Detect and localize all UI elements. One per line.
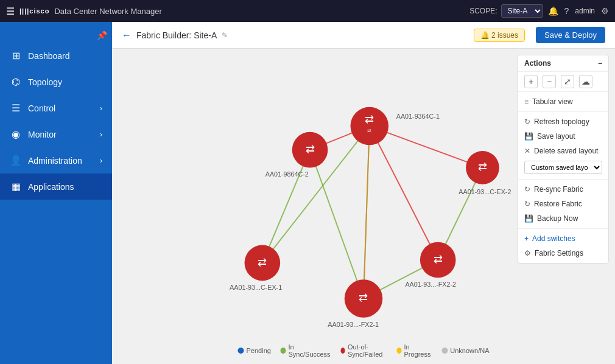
svg-line-9: [364, 126, 370, 298]
save-deploy-button[interactable]: Save & Deploy: [536, 27, 605, 43]
backup-icon: 💾: [524, 214, 533, 223]
resync-label: Re-sync Fabric: [534, 185, 583, 194]
tabular-view-icon: ≡: [524, 97, 529, 106]
dashboard-icon: ⊞: [10, 50, 22, 61]
legend-unknown: Unknown/NA: [441, 347, 489, 354]
control-icon: ☰: [10, 102, 22, 114]
actions-item-restore[interactable]: ↻ Restore Fabric: [518, 197, 608, 211]
restore-icon: ↻: [524, 200, 530, 208]
sidebar-item-monitor[interactable]: ◉ Monitor ›: [0, 121, 112, 147]
actions-item-add-switches[interactable]: + Add switches: [518, 231, 608, 246]
fabric-settings-icon: ⚙: [524, 249, 531, 257]
scope-label: SCOPE:: [469, 7, 497, 15]
administration-icon: 👤: [10, 155, 22, 166]
sidebar-label-topology: Topology: [28, 77, 62, 87]
unknown-label: Unknown/NA: [450, 347, 489, 354]
pending-label: Pending: [247, 347, 271, 354]
actions-item-resync[interactable]: ↻ Re-sync Fabric: [518, 182, 608, 197]
actions-item-delete-layout[interactable]: ✕ Delete saved layout: [518, 144, 608, 158]
pending-dot: [238, 348, 244, 354]
sidebar-item-applications[interactable]: ▦ Applications: [0, 173, 112, 200]
backup-label: Backup Now: [537, 214, 578, 223]
topbar-title: Data Center Network Manager: [54, 7, 465, 16]
save-layout-icon: 💾: [524, 132, 533, 141]
sidebar-label-control: Control: [28, 103, 55, 113]
monitor-icon: ◉: [10, 128, 22, 140]
layout-select[interactable]: Custom saved layout Auto layout Saved la…: [524, 161, 602, 174]
actions-item-save-layout[interactable]: 💾 Save layout: [518, 129, 608, 144]
svg-text:AA01-93...C-EX-2: AA01-93...C-EX-2: [459, 188, 511, 195]
settings-icon[interactable]: ⚙: [601, 6, 609, 16]
control-arrow: ›: [100, 104, 102, 113]
sidebar-label-applications: Applications: [28, 182, 74, 192]
svg-text:AA01-9864C-2: AA01-9864C-2: [265, 170, 309, 178]
content-area: ← Fabric Builder: Site-A ✎ 🔔 2 issues Sa…: [112, 22, 615, 364]
out-of-sync-label: Out-of-Sync/Failed: [348, 343, 387, 358]
legend-in-sync: In Sync/Success: [281, 343, 331, 358]
help-icon[interactable]: ?: [564, 6, 569, 16]
actions-toolbar: + − ⤢ ☁: [518, 72, 608, 92]
sidebar: 📌 ⊞ Dashboard ⌬ Topology ☰ Control › ◉ M…: [0, 22, 112, 364]
sidebar-item-dashboard[interactable]: ⊞ Dashboard: [0, 43, 112, 69]
actions-panel: Actions − + − ⤢ ☁ ≡ Tabular view ↻: [518, 55, 609, 264]
topology-canvas[interactable]: ⇄ ⇄ AA01-9364C-1 ⇄ AA01-9864C-2 ⇄ AA01-9…: [112, 49, 615, 364]
svg-text:⇄: ⇄: [359, 292, 368, 304]
scope-section: SCOPE: Site-A Site-B Global: [469, 4, 543, 18]
expand-toolbar-button[interactable]: ⤢: [561, 75, 574, 88]
restore-label: Restore Fabric: [534, 200, 582, 208]
sidebar-label-monitor: Monitor: [28, 130, 57, 139]
out-of-sync-dot: [341, 348, 345, 354]
add-toolbar-button[interactable]: +: [524, 75, 538, 88]
notification-icon[interactable]: 🔔: [548, 6, 558, 16]
cisco-logo: ||||cisco: [19, 7, 49, 15]
add-switches-label: Add switches: [532, 234, 575, 243]
cloud-toolbar-button[interactable]: ☁: [579, 75, 592, 88]
back-button[interactable]: ←: [122, 30, 132, 41]
svg-text:AA01-93...-FX2-1: AA01-93...-FX2-1: [328, 321, 379, 328]
issues-badge[interactable]: 🔔 2 issues: [474, 29, 525, 42]
minus-toolbar-button[interactable]: −: [543, 75, 556, 88]
legend-in-progress: In Progress: [396, 343, 432, 358]
monitor-arrow: ›: [100, 130, 102, 139]
sidebar-label-administration: Administration: [28, 156, 82, 166]
svg-point-10: [350, 107, 388, 145]
refresh-label: Refresh topology: [534, 117, 589, 126]
svg-text:⇄: ⇄: [258, 256, 267, 268]
actions-close-icon[interactable]: −: [598, 59, 602, 68]
menu-icon[interactable]: ☰: [6, 5, 15, 17]
svg-line-5: [370, 126, 438, 260]
divider-2: [518, 179, 608, 180]
svg-text:⇄: ⇄: [306, 143, 315, 155]
in-progress-label: In Progress: [404, 343, 432, 358]
sidebar-item-administration[interactable]: 👤 Administration ›: [0, 147, 112, 173]
in-progress-dot: [396, 348, 401, 354]
actions-item-backup[interactable]: 💾 Backup Now: [518, 211, 608, 226]
sidebar-item-topology[interactable]: ⌬ Topology: [0, 69, 112, 95]
scope-select[interactable]: Site-A Site-B Global: [501, 4, 543, 18]
in-sync-label: In Sync/Success: [289, 343, 331, 358]
svg-text:⇄: ⇄: [365, 113, 374, 125]
tabular-view-label: Tabular view: [532, 97, 573, 106]
actions-item-tabular-view[interactable]: ≡ Tabular view: [518, 94, 608, 109]
svg-line-3: [310, 150, 364, 298]
delete-layout-label: Delete saved layout: [534, 147, 598, 155]
pin-icon[interactable]: 📌: [92, 28, 112, 43]
actions-item-fabric-settings[interactable]: ⚙ Fabric Settings: [518, 246, 608, 261]
svg-line-2: [262, 150, 310, 263]
divider-1: [518, 111, 608, 112]
actions-header: Actions −: [518, 55, 608, 72]
topbar-icons: 🔔 ? admin ⚙: [548, 6, 609, 16]
actions-item-refresh[interactable]: ↻ Refresh topology: [518, 114, 608, 129]
svg-text:AA01-93...-FX2-2: AA01-93...-FX2-2: [405, 281, 456, 288]
breadcrumb-bar: ← Fabric Builder: Site-A ✎ 🔔 2 issues Sa…: [112, 22, 615, 49]
refresh-icon: ↻: [524, 117, 530, 126]
topbar-user: admin: [575, 7, 595, 15]
legend-out-of-sync: Out-of-Sync/Failed: [341, 343, 387, 358]
actions-list: ≡ Tabular view ↻ Refresh topology 💾 Save…: [518, 92, 608, 263]
breadcrumb-text: Fabric Builder: Site-A: [136, 30, 217, 40]
edit-icon[interactable]: ✎: [222, 31, 228, 40]
topology-icon: ⌬: [10, 76, 22, 88]
actions-title: Actions: [524, 59, 551, 68]
sidebar-item-control[interactable]: ☰ Control ›: [0, 95, 112, 121]
svg-text:AA01-93...C-EX-1: AA01-93...C-EX-1: [230, 284, 282, 291]
